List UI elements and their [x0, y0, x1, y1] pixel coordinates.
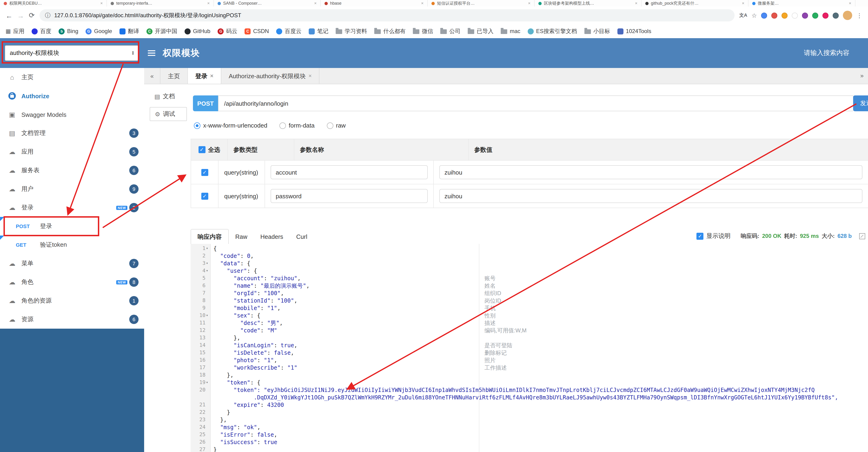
tab-close-icon[interactable]: ×	[421, 1, 424, 6]
bookmark-item[interactable]: bBing	[59, 28, 78, 34]
content-tab[interactable]: Authorize-authority-权限模块×	[221, 68, 320, 84]
bookmark-item[interactable]: 小目标	[584, 27, 610, 35]
tab-close-icon[interactable]: ×	[210, 68, 213, 84]
sidebar-item-user[interactable]: ☁用户9	[0, 180, 144, 198]
bookmark-item[interactable]: 1024Tools	[617, 28, 651, 34]
bookmark-item[interactable]: GitHub	[185, 28, 210, 34]
fold-caret-icon[interactable]: ▾	[206, 379, 210, 386]
tab-close-icon[interactable]: ×	[314, 1, 317, 6]
sidebar-item-login-post[interactable]: POST登录	[0, 217, 144, 235]
bookmark-item[interactable]: 百度	[32, 27, 51, 35]
extension-icon[interactable]	[812, 12, 818, 19]
tabs-collapse-right[interactable]: »	[856, 68, 868, 83]
send-button[interactable]: 发送	[853, 95, 868, 111]
expand-icon[interactable]	[859, 233, 865, 239]
bookmark-item[interactable]: 公司	[440, 27, 461, 35]
bookmark-item[interactable]: 微信	[413, 27, 433, 35]
refresh-icon[interactable]: ⟳	[29, 11, 35, 20]
bookmark-item[interactable]: G码云	[218, 27, 237, 35]
response-tab-0[interactable]: 响应内容	[191, 229, 229, 245]
menu-toggle-icon[interactable]	[148, 53, 155, 54]
bookmark-item[interactable]: 百度云	[276, 27, 302, 35]
tab-close-icon[interactable]: ×	[742, 1, 744, 6]
fold-caret-icon[interactable]: ▾	[206, 260, 210, 267]
forward-icon[interactable]: →	[17, 11, 24, 19]
tab-close-icon[interactable]: ×	[207, 1, 210, 6]
extension-icon[interactable]	[761, 12, 767, 19]
extension-icon[interactable]	[781, 12, 787, 19]
sidebar-item-menu[interactable]: ☁菜单7	[0, 254, 144, 273]
browser-tab[interactable]: temporary-interfa…×	[107, 0, 214, 6]
sidebar-item-swagger-models[interactable]: ▣Swagger Models	[0, 105, 144, 124]
tab-close-icon[interactable]: ×	[849, 1, 851, 6]
response-tab-3[interactable]: Curl	[290, 229, 314, 244]
param-name-input[interactable]	[271, 189, 428, 203]
browser-menu-icon[interactable]: ⋮	[857, 12, 862, 19]
extension-icon[interactable]	[792, 12, 798, 19]
bookmark-item[interactable]: C开源中国	[147, 27, 177, 35]
extension-icon[interactable]	[771, 12, 777, 19]
url-bar[interactable]: ⓘ 127.0.0.1:8760/api/gate/doc.html#/auth…	[39, 9, 735, 21]
browser-tab[interactable]: hbase×	[321, 0, 428, 6]
sidebar-item-authorize[interactable]: Authorize	[0, 87, 144, 105]
param-value-input[interactable]	[439, 165, 862, 179]
fold-caret-icon[interactable]: ▾	[206, 245, 210, 252]
sidebar-item-app[interactable]: ☁应用5	[0, 142, 144, 161]
bookmark-item[interactable]: CCSDN	[245, 28, 269, 34]
bookmark-item[interactable]: mac	[501, 28, 520, 34]
param-checkbox[interactable]: ✓	[201, 169, 208, 176]
tab-close-icon[interactable]: ×	[635, 1, 638, 6]
translate-icon[interactable]: 文A	[739, 12, 747, 19]
sidebar-item-login[interactable]: ☁登录NEW2	[0, 198, 144, 217]
sidebar-item-resource[interactable]: ☁资源6	[0, 310, 144, 329]
browser-tab[interactable]: SANB - Composer…×	[214, 0, 321, 6]
browser-tab[interactable]: github_pock究竟还有什…×	[642, 0, 748, 6]
sidebar-item-verify-token-get[interactable]: GET验证token	[0, 235, 144, 254]
tab-close-icon[interactable]: ×	[100, 1, 103, 6]
bookmark-item[interactable]: ▦应用	[6, 27, 24, 35]
back-icon[interactable]: ←	[6, 11, 12, 19]
bookmark-item[interactable]: 什么都有	[374, 27, 406, 35]
select-all-checkbox[interactable]: ✓	[198, 146, 205, 153]
sidebar-item-doc-manage[interactable]: ▤文档管理3	[0, 124, 144, 142]
response-tab-2[interactable]: Headers	[254, 229, 290, 244]
browser-tab[interactable]: 区块链参考架构模型上线…×	[535, 0, 642, 6]
content-tab[interactable]: 登录×	[188, 68, 221, 84]
param-checkbox[interactable]: ✓	[201, 193, 208, 199]
extension-icon[interactable]	[823, 12, 829, 19]
tab-close-icon[interactable]: ×	[308, 68, 312, 84]
response-tab-1[interactable]: Raw	[229, 229, 254, 244]
browser-tab[interactable]: 权限网关DEBU…×	[0, 0, 107, 6]
bookmark-item[interactable]: 笔记	[309, 27, 329, 35]
fold-caret-icon[interactable]: ▾	[206, 312, 210, 319]
param-value-input[interactable]	[439, 189, 862, 203]
info-icon[interactable]: ⓘ	[45, 11, 51, 19]
bookmark-item[interactable]: GGoogle	[86, 28, 112, 34]
doc-tab-doc[interactable]: ▤文档	[150, 89, 187, 103]
body-type-radio-2[interactable]: raw	[327, 122, 346, 129]
sidebar-item-home[interactable]: ⌂主页	[0, 68, 144, 87]
bookmark-item[interactable]: 学习资料	[336, 27, 367, 35]
tab-close-icon[interactable]: ×	[528, 1, 530, 6]
browser-tab[interactable]: 微服务架…×	[748, 0, 856, 6]
sidebar-item-role-resource[interactable]: ☁角色的资源1	[0, 291, 144, 310]
extension-icon[interactable]	[833, 12, 839, 19]
show-desc-checkbox[interactable]: ✓	[697, 232, 704, 239]
sidebar-item-service[interactable]: ☁服务表6	[0, 161, 144, 180]
content-tab[interactable]: 主页	[160, 68, 188, 84]
tabs-collapse-left[interactable]: «	[144, 68, 160, 84]
sidebar-item-role[interactable]: ☁角色NEW8	[0, 273, 144, 291]
param-name-input[interactable]	[271, 165, 428, 179]
bookmark-item[interactable]: ES搜索引擎文档	[528, 27, 577, 35]
browser-tab[interactable]: 短信认证授权平台…×	[428, 0, 535, 6]
bookmark-item[interactable]: 已导入	[468, 27, 494, 35]
search-input[interactable]: 请输入搜索内容	[804, 49, 849, 57]
extension-icon[interactable]	[802, 12, 808, 19]
body-type-radio-1[interactable]: form-data	[279, 122, 314, 129]
body-type-radio-0[interactable]: x-www-form-urlencoded	[194, 122, 267, 129]
fold-caret-icon[interactable]: ▾	[206, 267, 210, 275]
request-path[interactable]: /api/authority/anno/login	[218, 95, 854, 111]
module-select[interactable]: authority-权限模块 ▲▼	[5, 45, 138, 61]
profile-avatar[interactable]	[843, 11, 852, 20]
doc-tab-debug[interactable]: ⚙调试	[150, 107, 187, 121]
